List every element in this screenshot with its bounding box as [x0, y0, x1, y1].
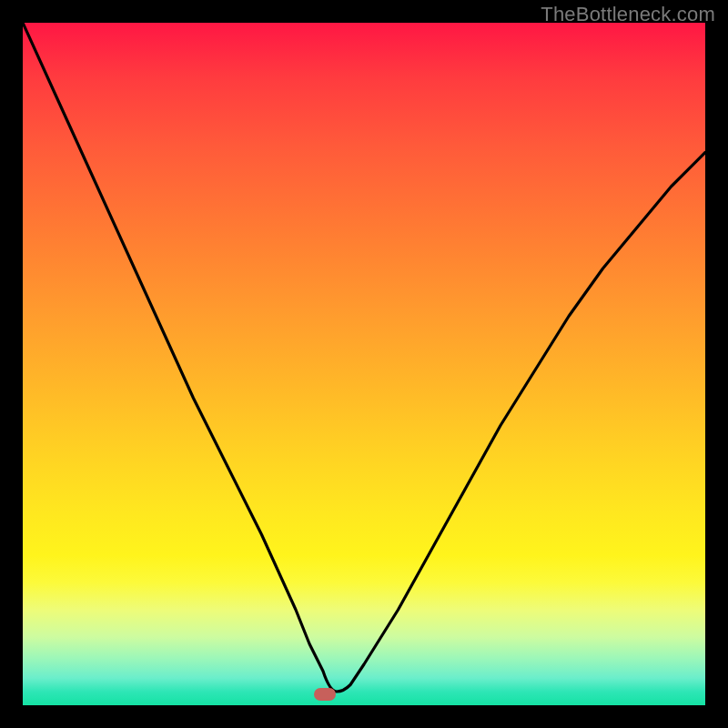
chart-frame: TheBottleneck.com [0, 0, 728, 728]
plot-area [23, 23, 705, 705]
bottleneck-curve [23, 23, 705, 705]
optimal-marker [314, 688, 336, 701]
curve-path [23, 23, 705, 692]
